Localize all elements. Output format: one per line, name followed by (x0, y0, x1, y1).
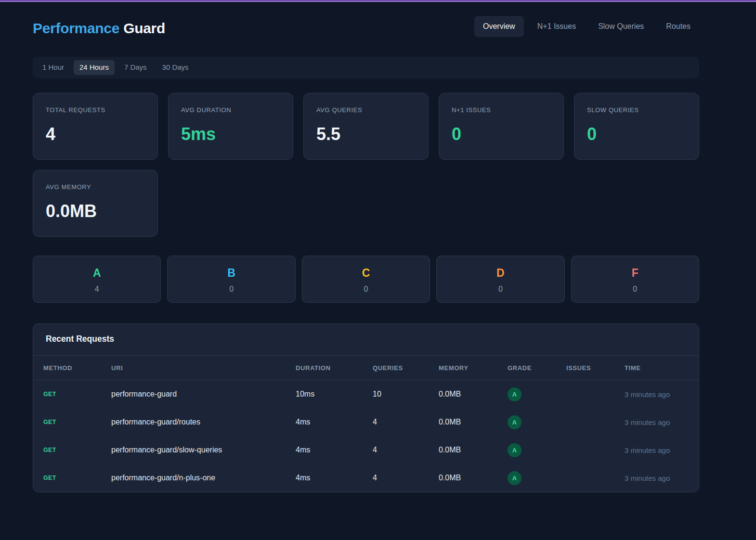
duration-cell: 4ms (296, 474, 373, 482)
memory-cell: 0.0MB (439, 474, 508, 482)
grade-badge: A (508, 471, 521, 485)
column-header-memory: MEMORY (439, 364, 508, 372)
stat-value: 4 (46, 124, 145, 144)
queries-cell: 4 (373, 418, 439, 426)
time-cell: 3 minutes ago (625, 390, 699, 399)
grade-count: 0 (302, 285, 430, 294)
table-row[interactable]: GET performance-guard/n-plus-one 4ms 4 0… (33, 464, 699, 492)
header: Performance Guard Overview N+1 Issues Sl… (33, 15, 699, 38)
stat-value: 0 (587, 124, 686, 144)
page-title-secondary: Guard (123, 20, 165, 36)
stat-value: 0.0MB (46, 201, 145, 221)
grade-badge: A (508, 387, 521, 401)
stat-card-slow-queries: SLOW QUERIES 0 (574, 93, 699, 160)
grade-letter: D (437, 267, 564, 280)
stat-label: AVG MEMORY (46, 183, 145, 191)
table-row[interactable]: GET performance-guard/routes 4ms 4 0.0MB… (33, 408, 699, 436)
method-cell: GET (43, 447, 111, 453)
stat-label: AVG DURATION (181, 106, 280, 114)
method-cell: GET (43, 419, 111, 425)
queries-cell: 4 (373, 446, 439, 454)
memory-cell: 0.0MB (439, 418, 508, 426)
page: Performance Guard Overview N+1 Issues Sl… (0, 15, 756, 492)
table-header-row: METHOD URI DURATION QUERIES MEMORY GRADE… (33, 356, 699, 380)
time-range-1-hour[interactable]: 1 Hour (37, 60, 70, 75)
grade-cell: A (508, 415, 566, 429)
grade-badge: A (508, 415, 521, 429)
panel-title: Recent Requests (33, 324, 699, 356)
column-header-time: TIME (625, 364, 699, 372)
memory-cell: 0.0MB (439, 446, 508, 454)
grade-count: 0 (437, 285, 564, 294)
grade-count: 0 (168, 285, 295, 294)
time-range-7-days[interactable]: 7 Days (118, 60, 153, 75)
page-title-primary: Performance (33, 20, 119, 36)
time-range-30-days[interactable]: 30 Days (156, 60, 195, 75)
time-cell: 3 minutes ago (625, 474, 699, 482)
duration-cell: 4ms (296, 446, 373, 454)
grade-card-b: B 0 (167, 256, 295, 303)
stat-label: TOTAL REQUESTS (46, 106, 145, 114)
nav-tab-slow-queries[interactable]: Slow Queries (589, 16, 652, 37)
uri-cell: performance-guard (111, 390, 296, 399)
grade-distribution: A 4 B 0 C 0 D 0 F 0 (33, 256, 699, 303)
stats-grid: TOTAL REQUESTS 4 AVG DURATION 5ms AVG QU… (33, 93, 699, 237)
grade-cell: A (508, 387, 566, 401)
column-header-issues: ISSUES (566, 364, 625, 372)
uri-cell: performance-guard/n-plus-one (111, 474, 296, 482)
grade-letter: F (572, 267, 699, 280)
grade-count: 4 (33, 285, 160, 294)
grade-card-a: A 4 (33, 256, 161, 303)
stat-label: AVG QUERIES (316, 106, 416, 114)
grade-letter: C (302, 267, 430, 280)
uri-cell: performance-guard/routes (111, 418, 296, 426)
memory-cell: 0.0MB (439, 390, 508, 399)
grade-count: 0 (572, 285, 699, 294)
uri-cell: performance-guard/slow-queries (111, 446, 296, 454)
duration-cell: 10ms (296, 390, 373, 399)
method-cell: GET (43, 475, 111, 481)
time-range-selector: 1 Hour 24 Hours 7 Days 30 Days (33, 57, 699, 78)
duration-cell: 4ms (296, 418, 373, 426)
grade-badge: A (508, 443, 521, 457)
time-cell: 3 minutes ago (625, 446, 699, 454)
method-cell: GET (43, 391, 111, 398)
stat-card-total-requests: TOTAL REQUESTS 4 (33, 93, 158, 160)
column-header-duration: DURATION (296, 364, 373, 372)
grade-cell: A (508, 443, 566, 457)
column-header-queries: QUERIES (373, 364, 439, 372)
nav-tab-overview[interactable]: Overview (474, 16, 524, 37)
grade-card-c: C 0 (302, 256, 430, 303)
stat-value: 5ms (181, 124, 280, 144)
queries-cell: 4 (373, 474, 439, 482)
nav-tab-n-plus-1-issues[interactable]: N+1 Issues (529, 16, 585, 37)
main-nav: Overview N+1 Issues Slow Queries Routes (474, 16, 699, 37)
table-row[interactable]: GET performance-guard/slow-queries 4ms 4… (33, 436, 699, 464)
nav-tab-routes[interactable]: Routes (657, 16, 699, 37)
stat-card-avg-memory: AVG MEMORY 0.0MB (33, 170, 158, 237)
column-header-method: METHOD (43, 364, 111, 372)
stat-card-n-plus-1-issues: N+1 ISSUES 0 (439, 93, 564, 160)
grade-card-f: F 0 (571, 256, 699, 303)
recent-requests-panel: Recent Requests METHOD URI DURATION QUER… (33, 323, 699, 492)
stat-label: SLOW QUERIES (587, 106, 686, 114)
table-row[interactable]: GET performance-guard 10ms 10 0.0MB A 3 … (33, 380, 699, 408)
stat-value: 5.5 (316, 124, 416, 144)
grade-letter: A (33, 267, 160, 280)
queries-cell: 10 (373, 390, 439, 399)
time-range-24-hours[interactable]: 24 Hours (74, 60, 115, 75)
stat-value: 0 (452, 124, 551, 144)
stat-card-avg-duration: AVG DURATION 5ms (168, 93, 293, 160)
time-cell: 3 minutes ago (625, 418, 699, 426)
grade-cell: A (508, 471, 566, 485)
column-header-grade: GRADE (508, 364, 566, 372)
grade-card-d: D 0 (436, 256, 564, 303)
stat-card-avg-queries: AVG QUERIES 5.5 (303, 93, 429, 160)
page-title: Performance Guard (33, 20, 165, 37)
column-header-uri: URI (111, 364, 296, 372)
stat-label: N+1 ISSUES (452, 106, 551, 114)
grade-letter: B (168, 267, 295, 280)
top-accent-bar (0, 0, 756, 2)
